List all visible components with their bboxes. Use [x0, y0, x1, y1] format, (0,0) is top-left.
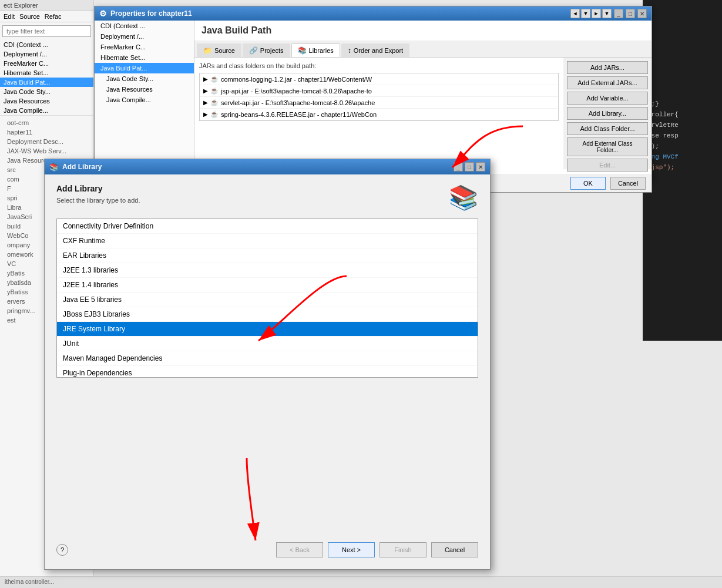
tab-source[interactable]: 📁 Source	[197, 43, 241, 57]
sidebar-item[interactable]: oot-crm	[4, 118, 90, 127]
library-icon: 📚	[449, 184, 478, 211]
library-item[interactable]: J2EE 1.3 libraries	[57, 263, 478, 278]
tab-order-export[interactable]: ↕ Order and Export	[341, 43, 409, 57]
jar-label: jsp-api.jar - E:\soft3\apache-tomcat-8.0…	[221, 88, 372, 95]
code-line: ();	[647, 141, 717, 152]
jar-item[interactable]: ▶ ☕ commons-logging-1.2.jar - chapter11/…	[200, 73, 558, 85]
finish-button[interactable]: Finish	[380, 542, 427, 557]
nav-arrows: ◄ ▼ ► ▼	[570, 9, 612, 18]
tree-item[interactable]: Java Code Sty...	[0, 87, 93, 96]
library-item[interactable]: JBoss EJB3 Libraries	[57, 307, 478, 322]
cancel-button[interactable]: Cancel	[610, 177, 646, 190]
library-item[interactable]: Java EE 5 libraries	[57, 293, 478, 307]
code-line: ervletRe	[647, 120, 717, 130]
nav-forward-btn[interactable]: ►	[592, 9, 601, 18]
prop-nav-item[interactable]: Java Resources	[95, 84, 194, 95]
properties-main-title: Java Build Path	[194, 21, 652, 41]
jar-icon: ☕	[210, 110, 219, 118]
order-tab-icon: ↕	[348, 46, 351, 55]
help-button[interactable]: ?	[56, 544, 68, 556]
tab-libraries[interactable]: 📚 Libraries	[291, 43, 340, 57]
sidebar-item[interactable]: JAX-WS Web Serv...	[4, 146, 90, 156]
library-item[interactable]: Maven Managed Dependencies	[57, 351, 478, 366]
add-external-class-folder-button[interactable]: Add External Class Folder...	[567, 137, 648, 156]
jar-icon: ☕	[210, 99, 219, 106]
library-item[interactable]: Plug-in Dependencies	[57, 366, 478, 378]
tree-item[interactable]: FreeMarker C...	[0, 59, 93, 68]
tabs-bar: 📁 Source 🔗 Projects 📚 Libraries ↕ Order …	[194, 41, 652, 58]
section-label: JARs and class folders on the build path…	[199, 62, 559, 69]
tree-item[interactable]: CDI (Context ...	[0, 40, 93, 49]
filter-input[interactable]	[2, 25, 91, 37]
tree-item[interactable]: Java Compile...	[0, 106, 93, 115]
libraries-tab-icon: 📚	[298, 46, 307, 55]
properties-content: CDI (Context ... Deployment /... FreeMar…	[95, 21, 652, 179]
prop-nav-item[interactable]: Java Compile...	[95, 95, 194, 105]
jar-expand-icon: ▶	[203, 88, 208, 94]
add-class-folder-button[interactable]: Add Class Folder...	[567, 122, 648, 135]
bottom-status-bar: itheima controller...	[0, 576, 722, 588]
menu-edit[interactable]: Edit	[4, 13, 15, 20]
titlebar-buttons: ◄ ▼ ► ▼ _ □ ✕	[570, 9, 647, 18]
jar-label: spring-beans-4.3.6.RELEASE.jar - chapter…	[221, 111, 377, 118]
library-list: Connectivity Driver Definition CXF Runti…	[56, 219, 478, 378]
edit-button[interactable]: Edit...	[567, 159, 648, 172]
jar-icon: ☕	[210, 75, 219, 83]
nav-back-dropdown-btn[interactable]: ▼	[581, 9, 590, 18]
tree-item[interactable]: Deployment /...	[0, 49, 93, 59]
library-item[interactable]: EAR Libraries	[57, 248, 478, 263]
jar-expand-icon: ▶	[203, 99, 208, 106]
add-library-dialog: 📚 Add Library _ □ ✕ Add Library Select t…	[44, 159, 491, 570]
prop-nav-item[interactable]: Hibernate Set...	[95, 52, 194, 63]
prop-nav-item[interactable]: Java Code Sty...	[95, 73, 194, 84]
dialog-maximize-button[interactable]: □	[465, 162, 474, 172]
prop-nav-item[interactable]: FreeMarker C...	[95, 42, 194, 52]
dialog-icon: 📚	[49, 163, 59, 172]
library-item[interactable]: Connectivity Driver Definition	[57, 219, 478, 234]
add-external-jars-button[interactable]: Add External JARs...	[567, 76, 648, 89]
library-item[interactable]: JUnit	[57, 337, 478, 351]
prop-nav-item[interactable]: Deployment /...	[95, 31, 194, 42]
tree-item[interactable]: Java Resources	[0, 96, 93, 106]
tab-projects[interactable]: 🔗 Projects	[243, 43, 290, 57]
jar-item[interactable]: ▶ ☕ jsp-api.jar - E:\soft3\apache-tomcat…	[200, 85, 558, 97]
add-variable-button[interactable]: Add Variable...	[567, 92, 648, 105]
close-button[interactable]: ✕	[637, 9, 647, 18]
build-path-content: JARs and class folders on the build path…	[194, 58, 563, 169]
add-library-button[interactable]: Add Library...	[567, 107, 648, 120]
sidebar-item[interactable]: Deployment Desc...	[4, 137, 90, 146]
library-item[interactable]: J2EE 1.4 libraries	[57, 278, 478, 293]
tree-item-selected[interactable]: Java Build Pat...	[0, 78, 93, 87]
properties-titlebar[interactable]: ⚙ Properties for chapter11 ◄ ▼ ► ▼ _ □ ✕	[95, 6, 652, 21]
maximize-button[interactable]: □	[626, 9, 635, 18]
sidebar-item[interactable]: hapter11	[4, 127, 90, 137]
prop-nav-item-selected[interactable]: Java Build Pat...	[95, 63, 194, 73]
add-jars-button[interactable]: Add JARs...	[567, 61, 648, 74]
dialog-cancel-button[interactable]: Cancel	[431, 542, 478, 557]
jar-item[interactable]: ▶ ☕ spring-beans-4.3.6.RELEASE.jar - cha…	[200, 109, 558, 120]
jar-item[interactable]: ▶ ☕ servlet-api.jar - E:\soft3\apache-to…	[200, 97, 558, 109]
dialog-titlebar[interactable]: 📚 Add Library _ □ ✕	[45, 159, 490, 174]
prop-nav-item[interactable]: CDI (Context ...	[95, 21, 194, 31]
source-tab-icon: 📁	[203, 46, 212, 55]
dialog-minimize-button[interactable]: _	[454, 162, 463, 172]
back-button[interactable]: < Back	[276, 542, 323, 557]
nav-back-btn[interactable]: ◄	[570, 9, 580, 18]
library-item-selected[interactable]: JRE System Library	[57, 322, 478, 337]
code-editor: t;} troller{ ervletRe nse resp (); ing M…	[643, 0, 722, 341]
dialog-title: Add Library	[62, 163, 102, 171]
nav-forward-dropdown-btn[interactable]: ▼	[602, 9, 612, 18]
tree-item[interactable]: Hibernate Set...	[0, 68, 93, 78]
properties-window-icon: ⚙	[99, 9, 107, 18]
library-item[interactable]: CXF Runtime	[57, 234, 478, 248]
next-button[interactable]: Next >	[328, 542, 375, 557]
ok-button[interactable]: OK	[570, 177, 606, 190]
properties-window: ⚙ Properties for chapter11 ◄ ▼ ► ▼ _ □ ✕…	[94, 6, 652, 182]
code-line: troller{	[647, 109, 717, 120]
menu-refac[interactable]: Refac	[45, 13, 62, 20]
dialog-description: Select the library type to add.	[56, 197, 140, 204]
minimize-button[interactable]: _	[614, 9, 623, 18]
jar-list: ▶ ☕ commons-logging-1.2.jar - chapter11/…	[199, 73, 559, 121]
dialog-close-button[interactable]: ✕	[476, 162, 485, 172]
menu-source[interactable]: Source	[19, 13, 40, 20]
